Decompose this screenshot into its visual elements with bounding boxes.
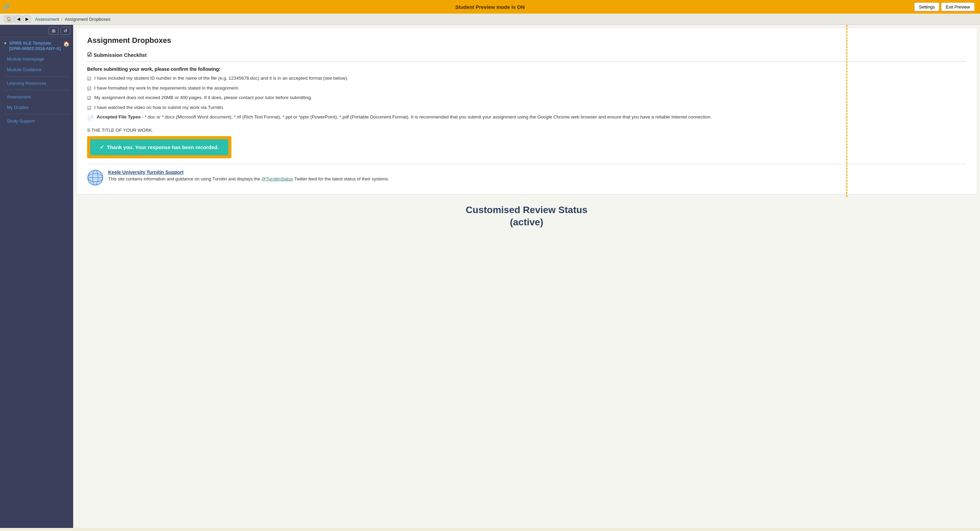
sidebar-item-module-guidance[interactable]: Module Guidance (0, 64, 73, 75)
sidebar-item-module-homepage[interactable]: Module Homepage (0, 54, 73, 64)
section-divider (87, 61, 966, 62)
sidebar-home-icon: 🏠 (63, 40, 70, 47)
checklist-item-2: ☑ I have formatted my work to the requir… (87, 85, 966, 92)
sidebar-course-name: SPIRE KLE Template [SPIR-00002-2016-ANY-… (9, 40, 61, 52)
nav-back-button[interactable]: ◀ (14, 16, 22, 22)
section-title-text: Submission Checklist (94, 52, 147, 58)
sidebar-divider-2 (4, 90, 69, 90)
section-title: ☑ Submission Checklist (87, 52, 966, 58)
bottom-title-line1: Customised Review Status (466, 204, 588, 215)
turnitin-title[interactable]: Keele University Turnitin Support (108, 169, 183, 175)
turnitin-link[interactable]: @TurnitinStatus (261, 176, 293, 182)
turnitin-icon (87, 169, 103, 186)
turnitin-desc-after: Twitter feed for the latest status of th… (293, 176, 389, 182)
check-icon-3: ☑ (87, 95, 92, 102)
toast-message: ✓ Thank you. Your response has been reco… (90, 139, 228, 155)
sidebar-toolbar: ⊞ ↺ (0, 25, 73, 37)
nav-forward-button[interactable]: ▶ (23, 16, 31, 22)
banner-title: Student Preview mode is ON (0, 4, 980, 10)
sidebar-course[interactable]: ▼ SPIRE KLE Template [SPIR-00002-2016-AN… (0, 37, 73, 54)
content-area: Assignment Dropboxes ☑ Submission Checkl… (73, 25, 980, 528)
bottom-title-line2: (active) (510, 217, 543, 227)
checklist-icon: ☑ (87, 52, 92, 58)
check-icon-2: ☑ (87, 85, 92, 92)
toast-check-icon: ✓ (100, 144, 104, 150)
sidebar-item-study-support[interactable]: Study Support (0, 116, 73, 126)
sidebar-nav: Module Homepage Module Guidance Learning… (0, 54, 73, 126)
sidebar-refresh-button[interactable]: ↺ (60, 27, 70, 35)
main-layout: ⊞ ↺ ▼ SPIRE KLE Template [SPIR-00002-201… (0, 25, 980, 528)
turnitin-desc-before: This site contains information and guida… (108, 176, 261, 182)
checklist-item-4: ☑ I have watched the video on how to sub… (87, 105, 966, 112)
sidebar: ⊞ ↺ ▼ SPIRE KLE Template [SPIR-00002-201… (0, 25, 73, 528)
breadcrumb-bar: 🏠 ◀ ▶ Assessment › Assignment Dropboxes (0, 14, 980, 25)
check-icon-1: ☑ (87, 76, 92, 82)
toast-text: Thank you. Your response has been record… (107, 144, 219, 150)
checklist-text-1: I have included my student ID number in … (94, 75, 348, 82)
checklist-text-4: I have watched the video on how to submi… (94, 105, 224, 111)
breadcrumb-parent[interactable]: Assessment (35, 17, 59, 22)
doc-icon: 📄 (87, 114, 94, 122)
checklist-text-2: I have formatted my work to the requirem… (94, 85, 239, 92)
accepted-types-text: Accepted File Types - *.doc or *.docx (M… (97, 114, 712, 121)
toast-overlay: ✓ Thank you. Your response has been reco… (87, 136, 231, 158)
sidebar-item-my-grades[interactable]: My Grades (0, 102, 73, 113)
sidebar-course-arrow: ▼ (3, 41, 7, 45)
sidebar-item-assessment[interactable]: Assessment (0, 92, 73, 102)
turnitin-desc: This site contains information and guida… (108, 176, 389, 182)
accepted-types: 📄 Accepted File Types - *.doc or *.docx … (87, 114, 966, 122)
checklist-text-3: My assignment does not exceed 20MB or 40… (94, 95, 312, 101)
check-icon-4: ☑ (87, 105, 92, 112)
sidebar-item-learning-resources[interactable]: Learning Resources (0, 78, 73, 88)
breadcrumb-separator: › (61, 17, 63, 22)
breadcrumb-current: Assignment Dropboxes (65, 17, 110, 22)
checklist-item-3: ☑ My assignment does not exceed 20MB or … (87, 95, 966, 102)
bottom-title: Customised Review Status (active) (73, 204, 980, 229)
nav-arrows: 🏠 ◀ ▶ (4, 16, 31, 22)
title-note: S THE TITLE OF YOUR WORK. (87, 128, 966, 133)
banner-actions: Settings Exit Preview (914, 3, 975, 11)
sidebar-divider-1 (4, 76, 69, 77)
content-wrapper: Assignment Dropboxes ☑ Submission Checkl… (73, 25, 980, 197)
bottom-section: Customised Review Status (active) (73, 197, 980, 239)
title-note-text: S THE TITLE OF YOUR WORK. (87, 128, 153, 133)
toast-container: ✓ Thank you. Your response has been reco… (87, 136, 966, 158)
banner-icon: 🔗 (3, 3, 10, 11)
checklist-intro: Before submitting your work, please conf… (87, 66, 966, 72)
page-title: Assignment Dropboxes (87, 36, 966, 45)
top-banner: 🔗 Student Preview mode is ON Settings Ex… (0, 0, 980, 14)
turnitin-section: Keele University Turnitin Support This s… (87, 164, 966, 186)
turnitin-content: Keele University Turnitin Support This s… (108, 169, 389, 182)
checklist-item-1: ☑ I have included my student ID number i… (87, 75, 966, 82)
sidebar-grid-button[interactable]: ⊞ (49, 27, 59, 35)
nav-home-button[interactable]: 🏠 (4, 16, 14, 22)
content-panel: Assignment Dropboxes ☑ Submission Checkl… (76, 27, 977, 195)
settings-button[interactable]: Settings (914, 3, 939, 11)
exit-preview-button[interactable]: Exit Preview (941, 3, 975, 11)
